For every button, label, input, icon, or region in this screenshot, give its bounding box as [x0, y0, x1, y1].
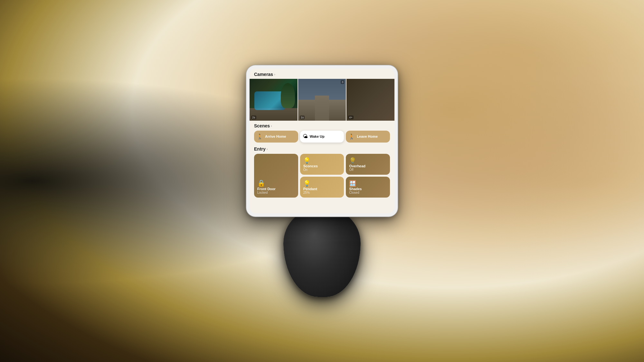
leave-home-button[interactable]: 🚶 Leave Home [346, 131, 390, 143]
homepod-mesh [283, 207, 361, 297]
homepod-body [283, 207, 361, 297]
camera-timestamp-3: 4+ [348, 116, 353, 119]
arrive-home-label: Arrive Home [265, 135, 286, 138]
shades-name: Shades [349, 187, 387, 191]
overhead-bulb-icon: 💡 [349, 157, 387, 164]
ipad-screen: Cameras › 2s [250, 69, 394, 213]
camera-timestamp-2: 1s [300, 116, 305, 119]
front-door-status: Locked [257, 191, 295, 194]
leave-home-label: Leave Home [357, 135, 378, 138]
sconces-info: Sconces On [303, 164, 341, 172]
scenes-section: Scenes › 🚶 Arrive Home 🌤 Wake Up 🚶 Leave… [250, 121, 394, 144]
front-door-info: Front Door Locked [257, 187, 295, 194]
entry-header: Entry › [254, 146, 390, 152]
overhead-status: Off [349, 168, 387, 172]
overhead-info: Overhead Off [349, 164, 387, 172]
pendant-info: Pendant 25% [303, 187, 341, 194]
pendant-name: Pendant [303, 187, 341, 191]
camera-feed-pool[interactable]: 2s [250, 79, 298, 121]
camera-count-2: 3 [341, 80, 344, 84]
ipad: Cameras › 2s [246, 65, 398, 217]
wake-up-button[interactable]: 🌤 Wake Up [300, 131, 344, 143]
drive-path [315, 96, 329, 121]
indoor-visual [346, 79, 394, 121]
pendant-status: 25% [303, 191, 341, 194]
front-door-tile[interactable]: 🔒 Front Door Locked [254, 154, 298, 198]
cameras-title: Cameras [254, 72, 273, 77]
overhead-name: Overhead [349, 164, 387, 168]
scene-buttons: 🚶 Arrive Home 🌤 Wake Up 🚶 Leave Home [254, 131, 390, 143]
entry-section: Entry › 🔒 Front Door Locked 💡 [250, 144, 394, 213]
overhead-tile[interactable]: 💡 Overhead Off [346, 154, 390, 175]
camera-feed-driveway[interactable]: 3 1s [298, 79, 346, 121]
pendant-icon: 💡 [303, 180, 341, 187]
cameras-header: Cameras › [250, 69, 394, 79]
camera-feed-indoor[interactable]: 4+ [346, 79, 394, 121]
entry-grid: 🔒 Front Door Locked 💡 Sconces On [254, 154, 390, 198]
sconces-name: Sconces [303, 164, 341, 168]
sconces-status: On [303, 168, 341, 172]
scenes-chevron-icon: › [271, 124, 272, 128]
pool-visual [250, 79, 298, 121]
entry-title: Entry [254, 146, 266, 152]
pool-plants [281, 83, 295, 108]
cameras-chevron-icon: › [274, 72, 275, 76]
scenes-title: Scenes [254, 123, 270, 128]
front-door-name: Front Door [257, 187, 295, 191]
camera-feed-indoor-bg [346, 79, 394, 121]
lock-icon: 🔒 [257, 179, 295, 187]
arrive-home-icon: 🚶 [257, 134, 263, 140]
sconces-bulb-icon: 💡 [303, 157, 341, 164]
leave-home-icon: 🚶 [348, 134, 355, 140]
drive-visual [298, 79, 346, 121]
camera-feed-driveway-bg [298, 79, 346, 121]
shades-status: Closed [349, 191, 387, 194]
arrive-home-button[interactable]: 🚶 Arrive Home [254, 131, 298, 143]
device-container: Cameras › 2s [246, 65, 398, 297]
scenes-header: Scenes › [254, 123, 390, 128]
pendant-tile[interactable]: 💡 Pendant 25% [300, 177, 344, 198]
shades-tile[interactable]: 🪟 Shades Closed [346, 177, 390, 198]
entry-chevron-icon: › [267, 147, 268, 151]
camera-feed-pool-bg [250, 79, 298, 121]
wake-up-label: Wake Up [310, 135, 325, 138]
indoor-bg [346, 79, 394, 121]
shades-icon: 🪟 [349, 180, 387, 187]
shades-info: Shades Closed [349, 187, 387, 194]
wake-up-icon: 🌤 [303, 134, 308, 139]
sconces-tile[interactable]: 💡 Sconces On [300, 154, 344, 175]
homepod [283, 207, 361, 297]
camera-timestamp-1: 2s [251, 116, 256, 119]
cameras-grid: 2s 3 1s [250, 79, 394, 121]
